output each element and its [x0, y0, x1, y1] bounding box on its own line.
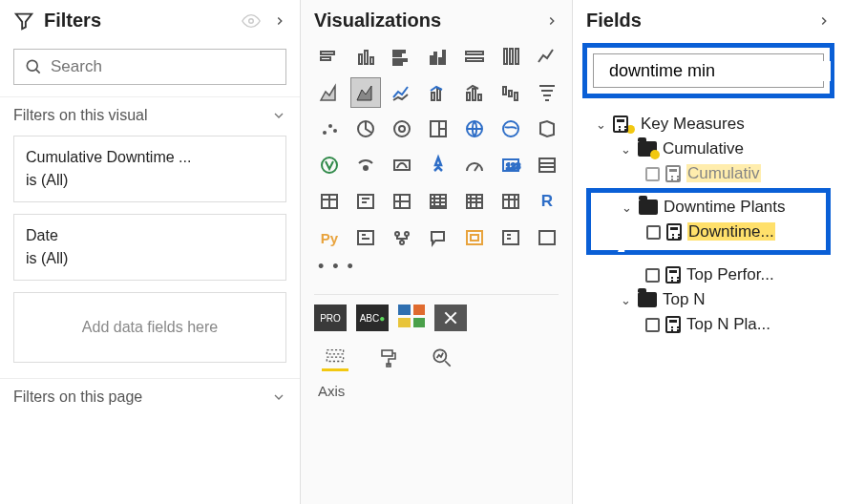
chevron-down-icon[interactable] [271, 108, 286, 123]
tree-node-top-n[interactable]: ⌄ Top N [577, 287, 840, 312]
stacked-bar-icon[interactable] [314, 41, 345, 72]
analytics-magnifier-icon[interactable] [429, 345, 455, 371]
funnel-chart-icon[interactable] [532, 77, 562, 108]
tree-item-downtime[interactable]: Downtime... [593, 220, 824, 244]
stacked-area-icon[interactable] [350, 77, 381, 108]
scatter-icon[interactable] [314, 114, 345, 144]
stacked-column-icon[interactable] [350, 41, 381, 72]
eye-icon[interactable] [241, 10, 262, 32]
svg-rect-11 [393, 63, 402, 65]
decomposition-tree-icon[interactable] [350, 186, 381, 217]
filter-card-title: Cumulative Downtime ... [26, 146, 274, 169]
theme-pro-icon[interactable]: PRO [314, 304, 347, 331]
svg-rect-37 [439, 129, 446, 136]
fields-well-icon[interactable] [322, 345, 348, 371]
theme-x-icon[interactable] [434, 304, 467, 331]
filters-search-input[interactable] [51, 57, 276, 76]
checkbox[interactable] [646, 225, 661, 240]
line-chart-icon[interactable] [532, 41, 562, 72]
donut-icon[interactable] [387, 114, 417, 144]
format-tool-row [301, 331, 572, 375]
svg-rect-45 [539, 158, 555, 172]
visualizations-pane: Visualizations 123 [301, 0, 573, 504]
slicer-icon[interactable]: 123 [496, 150, 526, 180]
tree-item[interactable]: Top Perfor... [577, 262, 840, 287]
format-paint-roller-icon[interactable] [375, 345, 402, 371]
r-visual-icon[interactable]: R [532, 186, 562, 217]
svg-point-29 [323, 131, 327, 135]
filled-map-icon[interactable] [496, 114, 526, 144]
r-label: R [541, 192, 553, 211]
line-clustered-combo-icon[interactable] [423, 77, 454, 108]
key-influencers-icon[interactable] [387, 186, 417, 217]
azure-map-icon[interactable] [314, 150, 345, 180]
checkbox[interactable] [645, 268, 660, 283]
hundred-stacked-column-icon[interactable] [496, 41, 526, 72]
svg-rect-16 [466, 52, 483, 54]
clustered-bar-icon[interactable] [387, 41, 417, 72]
line-stacked-combo-icon[interactable] [387, 77, 417, 108]
collapse-chevron-icon[interactable] [817, 14, 831, 28]
tree-node-key-measures[interactable]: ⌄ Key Measures [577, 112, 840, 136]
viz-header: Visualizations [301, 0, 572, 37]
button-icon[interactable] [459, 222, 490, 253]
pie-icon[interactable] [350, 114, 381, 144]
power-automate-icon[interactable] [387, 222, 417, 253]
svg-rect-22 [437, 89, 440, 100]
power-apps-icon[interactable] [350, 222, 381, 253]
waterfall-icon[interactable] [496, 77, 526, 108]
svg-rect-21 [432, 93, 434, 100]
shapes-icon[interactable] [496, 222, 526, 253]
fields-header: Fields [573, 0, 844, 37]
shape-map-icon[interactable] [532, 114, 562, 144]
map-icon[interactable] [459, 114, 490, 144]
clustered-column-icon[interactable] [423, 41, 454, 72]
svg-rect-59 [539, 231, 555, 244]
theme-quad-icon[interactable] [398, 304, 425, 327]
collapse-chevron-icon[interactable] [273, 14, 286, 28]
checkbox[interactable] [645, 318, 660, 332]
filters-search[interactable] [13, 49, 286, 85]
chevron-down-icon: ⌄ [619, 142, 632, 157]
chevron-down-icon[interactable] [271, 389, 286, 405]
filter-card-value: is (All) [26, 247, 274, 270]
kpi-icon[interactable] [459, 150, 490, 180]
python-visual-icon[interactable]: Py [314, 222, 345, 253]
funnel-icon [13, 10, 34, 32]
collapse-chevron-icon[interactable] [545, 14, 559, 28]
section-page-filters: Filters on this page [0, 378, 300, 411]
area-chart-icon[interactable] [314, 77, 345, 108]
svg-text:123: 123 [506, 161, 520, 171]
svg-rect-19 [510, 49, 513, 64]
paginated-report-icon[interactable] [496, 186, 526, 217]
fields-search-input[interactable] [609, 61, 831, 81]
node-label: Top N Pla... [686, 315, 770, 334]
table-icon[interactable] [532, 150, 562, 180]
text-box-icon[interactable] [423, 222, 454, 253]
filter-card[interactable]: Date is (All) [13, 214, 286, 281]
treemap-icon[interactable] [423, 114, 454, 144]
theme-abc-icon[interactable]: ABC● [356, 304, 389, 331]
fields-search[interactable] [593, 53, 824, 88]
matrix-icon[interactable] [314, 186, 345, 217]
filter-drop-zone[interactable]: Add data fields here [13, 292, 286, 363]
svg-point-1 [27, 60, 37, 71]
tree-item[interactable]: Top N Pla... [577, 312, 840, 337]
hundred-stacked-bar-icon[interactable] [459, 41, 490, 72]
gauge-icon[interactable] [350, 150, 381, 180]
tree-item[interactable]: Cumulativ [577, 161, 840, 186]
qa-visual-icon[interactable] [423, 186, 454, 217]
more-visuals-ellipsis[interactable]: • • • [301, 253, 572, 281]
smart-narrative-icon[interactable] [459, 186, 490, 217]
svg-rect-51 [503, 195, 518, 208]
card-icon[interactable] [387, 150, 417, 180]
filter-card[interactable]: Cumulative Downtime ... is (All) [13, 136, 286, 202]
svg-rect-18 [504, 49, 507, 64]
multi-row-card-icon[interactable] [423, 150, 454, 180]
tree-node-downtime-plants[interactable]: ⌄ Downtime Plants [593, 195, 824, 220]
ribbon-chart-icon[interactable] [459, 77, 490, 108]
tree-node-cumulative[interactable]: ⌄ Cumulative [577, 136, 840, 161]
svg-rect-13 [434, 52, 436, 64]
image-icon[interactable] [532, 222, 562, 253]
checkbox[interactable] [645, 167, 660, 181]
